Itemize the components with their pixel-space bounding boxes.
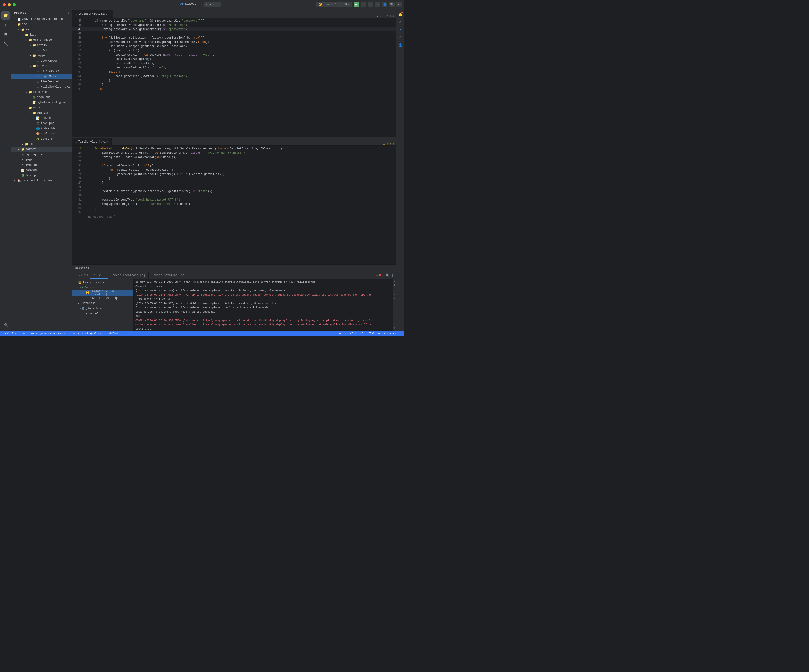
services-item-database[interactable]: ▾ 🗃 Database (72, 301, 133, 306)
tree-item-mvnw[interactable]: M mvnw (12, 157, 72, 163)
bookmark-button[interactable]: ☆ (361, 2, 366, 7)
tree-item-java[interactable]: ▾ 📁 java (12, 32, 72, 37)
tree-item-webapp[interactable]: ▾ 📁 webapp (12, 105, 72, 111)
plugins-icon[interactable]: 🔌 (2, 320, 10, 329)
tree-item-helloservlet[interactable]: ☕ HelloServlet.java (12, 84, 72, 89)
statusbar-encoding[interactable]: UTF-8 (367, 332, 375, 335)
statusbar-share-icon[interactable]: ⬆ (400, 332, 402, 335)
log-filter-icon[interactable]: ⊟ (394, 292, 395, 295)
log-scroll-icon[interactable]: ≡ (394, 288, 395, 291)
services-refresh-icon[interactable]: ↺ (376, 273, 378, 277)
tomcat-badge[interactable]: 🐱 Tomcat 10.1.23 ▾ (316, 2, 352, 7)
services-tab-server[interactable]: Server (91, 272, 107, 279)
services-redeploy-icon[interactable]: ↺ (383, 273, 384, 277)
warning-count-time: ▲ 3 ∧ ∨ (383, 142, 394, 146)
tree-item-user[interactable]: ☕ User (12, 48, 72, 53)
services-close-icon[interactable]: ✕ (79, 273, 80, 277)
services-item-tomcat-instance[interactable]: ▾ 🐱 Tomcat 10.1.23 [local...] (72, 290, 133, 295)
sidebar-toggle-button[interactable]: 📁 (2, 11, 10, 20)
services-restart-icon[interactable]: ↺ (373, 273, 375, 277)
tree-item-main[interactable]: ▾ 📁 main (12, 27, 72, 32)
tree-item-mybatis[interactable]: 📝 mybatis-config.xml (12, 100, 72, 105)
log-down-icon[interactable]: ▼ (394, 284, 395, 287)
log-up-icon[interactable]: ▲ (394, 280, 395, 283)
tab-timeservlet[interactable]: ☕ TimeServlet.java ✕ (72, 138, 112, 146)
tree-item-resources[interactable]: ▾ 📁 resources (12, 89, 72, 95)
account-button[interactable]: 👤 (382, 2, 388, 7)
more-button[interactable]: ⋯ (375, 2, 380, 7)
project-name[interactable]: WebTest (185, 3, 198, 7)
tree-item-iconpng[interactable]: 🖼 icon.png (12, 95, 72, 100)
tree-item-usermapper[interactable]: ☕ UserMapper (12, 58, 72, 64)
tree-item-pomxml[interactable]: 📝 pom.xml (12, 168, 72, 173)
branch-name[interactable]: ⑂ master (204, 2, 221, 7)
run-button[interactable]: ▶ (354, 2, 359, 7)
services-pin-icon[interactable]: ↑↓ (74, 274, 78, 277)
maximize-button[interactable] (13, 3, 16, 6)
tree-item-testjs[interactable]: JS test.js (12, 136, 72, 142)
statusbar-project[interactable]: ⊙ WebTest (3, 332, 19, 335)
layout-button[interactable]: ⊟ (368, 2, 373, 7)
services-tree: ▾ 🐱 Tomcat Server ▾ ▶ Running ✓ ✓ (72, 279, 134, 331)
tree-item-indexhtml[interactable]: 🌐 index.html (12, 126, 72, 131)
tree-item-servlet-folder[interactable]: ▾ 📁 servlet (12, 64, 72, 69)
tree-item-mapper-folder[interactable]: ▾ 📁 mapper (12, 53, 72, 58)
services-tree-icon[interactable]: ≡ (84, 274, 86, 277)
tree-item-stylecss[interactable]: 🎨 style.css (12, 131, 72, 136)
close-button[interactable] (3, 3, 6, 6)
services-more-icon[interactable]: ⋮ (391, 273, 394, 277)
statusbar-linesep[interactable]: LF (360, 332, 363, 335)
tree-item-webxml[interactable]: 📝 web.xml (12, 116, 72, 121)
log-settings-icon[interactable]: ⚙ (394, 296, 395, 299)
build-icon[interactable]: 🔨 (2, 40, 10, 48)
services-item-artifact[interactable]: ⚙ WebTest:war exp (72, 295, 133, 301)
tree-item-maven[interactable]: 📄 .maven-wrapper.properties (12, 17, 72, 22)
tree-item-webinf[interactable]: ▾ 📁 WEB-INF (12, 111, 72, 116)
statusbar-indent[interactable]: 4 spaces (384, 332, 396, 335)
services-item-localhost-db[interactable]: ▾ 🗄 @localhost (72, 306, 133, 311)
services-tab-localhost[interactable]: Tomcat Localhost Log (108, 272, 149, 279)
right-m-icon[interactable]: m (397, 19, 404, 25)
settings-button[interactable]: ⚙ (396, 2, 402, 7)
services-add-icon[interactable]: + (87, 274, 88, 277)
tree-item-target[interactable]: ▶ 📁 target (12, 147, 72, 152)
tree-item-fileservlet[interactable]: ☕ FileServlet (12, 69, 72, 74)
tree-item-timeservlet[interactable]: ☕ TimeServlet (12, 79, 72, 84)
minimize-button[interactable] (8, 3, 11, 6)
search-button[interactable]: 🔍 (389, 2, 394, 7)
statusbar-line[interactable]: 47:1 (350, 332, 356, 335)
code-line: resp.sendRedirect( s: "time"); (84, 65, 396, 70)
sidebar-menu-icon[interactable]: ⚙ (68, 11, 69, 15)
right-settings2-icon[interactable]: ⚙ (397, 34, 404, 40)
code-content-login[interactable]: if (map.containsKey("username") && map.c… (84, 18, 396, 137)
services-item-console[interactable]: ⊞ console (72, 311, 133, 316)
right-notifications-icon[interactable]: 🔔 (397, 11, 404, 18)
tree-item-com[interactable]: ▾ 📁 com.example (12, 37, 72, 43)
services-tab-catalina[interactable]: Tomcat Catalina Log (149, 272, 188, 279)
right-person-icon[interactable]: 👤 (397, 42, 404, 48)
tree-item-src[interactable]: ▾ 📁 src (12, 22, 72, 27)
tree-item-icon2png[interactable]: 🖼 icon.png (12, 121, 72, 126)
structure-icon[interactable]: ⊞ (2, 30, 10, 39)
services-item-tomcat[interactable]: ▾ 🐱 Tomcat Server (72, 280, 133, 285)
tree-item-gitignore[interactable]: ◎ .gitignore (12, 152, 72, 157)
tab-bar-time: ☕ TimeServlet.java ✕ ▲ 3 ∧ ∨ (72, 137, 396, 146)
tree-item-test[interactable]: ▶ 📁 test (12, 142, 72, 147)
code-content-time[interactable]: @protected void doGet(HttpServletRequest… (84, 146, 396, 265)
tree-item-extlibs[interactable]: ▶ 📚 External Libraries (12, 178, 72, 183)
services-stop-icon[interactable]: ■ (379, 273, 381, 277)
tree-arrow-main: ▾ (17, 28, 21, 31)
right-blue-circle[interactable]: ● (397, 26, 404, 33)
tab-close-time[interactable]: ✕ (107, 141, 109, 143)
tree-item-entity[interactable]: ▾ 📁 entity (12, 43, 72, 48)
tree-item-loginservlet[interactable]: ☕ LoginServlet (12, 74, 72, 79)
tab-close-login[interactable]: ✕ (109, 13, 110, 15)
log-clear-icon[interactable]: 🗑 (393, 327, 396, 330)
services-settings-icon[interactable]: ⚙ (81, 273, 83, 277)
tree-item-testpng[interactable]: 🖼 test.png (12, 173, 72, 178)
tab-loginservlet[interactable]: ☕ LoginServlet.java ✕ (72, 10, 113, 18)
log-output[interactable]: 05-May-2024 01:36:14.335 INFO [main] org… (134, 279, 393, 331)
tree-item-mvnwcmd[interactable]: M mvnw.cmd (12, 163, 72, 168)
vcs-icon[interactable]: ⑂ (2, 20, 10, 29)
services-search-icon[interactable]: 🔍 (386, 273, 389, 277)
